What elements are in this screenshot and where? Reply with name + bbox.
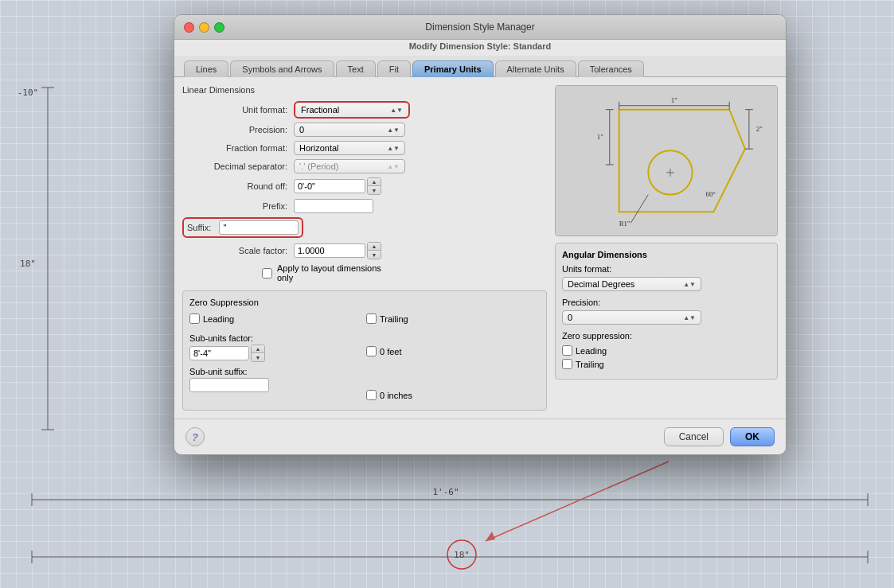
suffix-row: Suffix:	[182, 217, 547, 238]
decimal-separator-row: Decimal separator: '.' (Period) ▲▼	[182, 159, 547, 173]
angular-zero-suppression-label: Zero suppression:	[562, 331, 771, 341]
window-controls	[184, 22, 224, 33]
precision-control: 0 ▲▼	[294, 123, 405, 137]
angular-units-format-row: Decimal Degrees ▲▼	[562, 277, 771, 291]
sub-units-factor-input[interactable]	[189, 346, 249, 360]
leading-checkbox[interactable]	[189, 313, 200, 324]
scale-factor-control: ▲ ▼	[294, 242, 381, 259]
suffix-input[interactable]	[219, 220, 299, 235]
preview-box: 1" 2" 1" 60° R1"	[555, 85, 778, 236]
svg-text:R1": R1"	[619, 220, 630, 228]
tab-lines[interactable]: Lines	[184, 60, 228, 77]
tab-tolerances[interactable]: Tolerances	[578, 60, 644, 77]
suffix-label: Suffix:	[187, 223, 214, 232]
decimal-separator-dropdown[interactable]: '.' (Period) ▲▼	[294, 159, 405, 173]
zero-inches-checkbox[interactable]	[366, 390, 377, 400]
zero-suppression-section: Zero Suppression Leading Trailing Sub-un…	[182, 290, 547, 411]
angular-trailing-row: Trailing	[562, 359, 771, 369]
angular-precision-dropdown[interactable]: 0 ▲▼	[562, 310, 701, 325]
precision-label: Precision:	[182, 125, 294, 134]
precision-arrow-icon: ▲▼	[387, 127, 400, 134]
precision-dropdown[interactable]: 0 ▲▼	[294, 123, 405, 137]
sub-units-up-button[interactable]: ▲	[252, 345, 264, 353]
round-off-control: ▲ ▼	[294, 177, 381, 195]
zero-inches-row: 0 inches	[366, 390, 540, 400]
svg-text:60°: 60°	[705, 190, 716, 198]
angular-leading-row: Leading	[562, 345, 771, 356]
tab-symbols-arrows[interactable]: Symbols and Arrows	[230, 60, 334, 77]
apply-layout-checkbox[interactable]	[262, 268, 272, 278]
sub-units-factor-col: Sub-units factor: ▲ ▼ Sub-unit suffix:	[189, 330, 363, 403]
scale-factor-up-button[interactable]: ▲	[368, 243, 381, 251]
angular-units-format-dropdown[interactable]: Decimal Degrees ▲▼	[562, 277, 701, 291]
decimal-separator-label: Decimal separator:	[182, 162, 294, 171]
svg-marker-15	[486, 532, 495, 541]
svg-rect-16	[556, 86, 776, 236]
unit-format-control: Fractional ▲▼	[294, 101, 410, 119]
scale-factor-input[interactable]	[294, 243, 365, 258]
leading-label: Leading	[203, 314, 234, 324]
tab-alternate-units[interactable]: Alternate Units	[495, 60, 576, 77]
help-button[interactable]: ?	[185, 427, 205, 446]
tab-primary-units[interactable]: Primary Units	[412, 60, 494, 77]
trailing-checkbox[interactable]	[366, 313, 377, 324]
sub-units-down-button[interactable]: ▼	[252, 353, 264, 361]
fraction-format-arrow-icon: ▲▼	[387, 145, 400, 152]
minimize-button[interactable]	[199, 22, 209, 33]
prefix-label: Prefix:	[182, 201, 294, 211]
angular-leading-checkbox[interactable]	[562, 345, 572, 356]
apply-layout-label2: only	[277, 273, 381, 282]
suffix-highlight-container: Suffix:	[182, 217, 303, 238]
zero-feet-row: 0 feet	[366, 346, 540, 356]
right-panel: 1" 2" 1" 60° R1"	[555, 85, 778, 411]
apply-layout-label1: Apply to layout dimensions	[277, 263, 381, 273]
angular-units-arrow-icon: ▲▼	[683, 281, 696, 288]
close-button[interactable]	[184, 22, 194, 33]
tab-text[interactable]: Text	[336, 60, 376, 77]
prefix-control	[294, 199, 373, 213]
apply-layout-row: Apply to layout dimensions only	[182, 263, 547, 282]
scale-factor-label: Scale factor:	[182, 246, 294, 255]
dialog-footer: ? Cancel OK	[174, 419, 786, 454]
app-title: Dimension Style Manager	[184, 21, 776, 33]
round-off-label: Round off:	[182, 181, 294, 191]
sub-unit-suffix-input[interactable]	[189, 378, 269, 392]
dialog-window: Dimension Style Manager Modify Dimension…	[174, 14, 787, 455]
scale-factor-spinner: ▲ ▼	[367, 242, 381, 259]
svg-text:18": 18"	[20, 259, 36, 269]
fraction-format-label: Fraction format:	[182, 143, 294, 153]
trailing-row: Trailing	[366, 313, 540, 324]
left-panel: Linear Dimensions Unit format: Fractiona…	[182, 85, 547, 411]
fraction-format-dropdown[interactable]: Horizontal ▲▼	[294, 141, 405, 155]
unit-format-label: Unit format:	[182, 105, 294, 115]
unit-format-row: Unit format: Fractional ▲▼	[182, 101, 547, 119]
fraction-format-row: Fraction format: Horizontal ▲▼	[182, 141, 547, 155]
tab-fit[interactable]: Fit	[377, 60, 411, 77]
round-off-down-button[interactable]: ▼	[368, 186, 381, 194]
dialog-title: Modify Dimension Style: Standard	[174, 40, 786, 56]
svg-text:1'-6": 1'-6"	[432, 487, 459, 497]
round-off-row: Round off: ▲ ▼	[182, 177, 547, 195]
decimal-separator-control: '.' (Period) ▲▼	[294, 159, 405, 173]
unit-format-dropdown[interactable]: Fractional ▲▼	[296, 103, 408, 116]
preview-svg: 1" 2" 1" 60° R1"	[556, 86, 777, 236]
zero-feet-checkbox[interactable]	[366, 346, 377, 356]
round-off-spinner: ▲ ▼	[367, 177, 381, 195]
zero-feet-label: 0 feet	[380, 347, 402, 356]
angular-precision-arrow-icon: ▲▼	[683, 314, 696, 321]
round-off-input[interactable]	[294, 179, 365, 193]
fraction-format-control: Horizontal ▲▼	[294, 141, 405, 155]
angular-trailing-label: Trailing	[576, 360, 604, 369]
cancel-button[interactable]: Cancel	[664, 427, 724, 446]
maximize-button[interactable]	[214, 22, 224, 33]
round-off-up-button[interactable]: ▲	[368, 178, 381, 186]
sub-units-factor-spinner: ▲ ▼	[251, 345, 265, 362]
prefix-input[interactable]	[294, 199, 373, 213]
leading-row: Leading	[189, 313, 363, 324]
prefix-row: Prefix:	[182, 199, 547, 213]
angular-trailing-checkbox[interactable]	[562, 359, 572, 369]
svg-text:1": 1"	[671, 96, 677, 104]
svg-text:2": 2"	[756, 125, 763, 133]
ok-button[interactable]: OK	[730, 427, 775, 446]
scale-factor-down-button[interactable]: ▼	[368, 251, 381, 259]
